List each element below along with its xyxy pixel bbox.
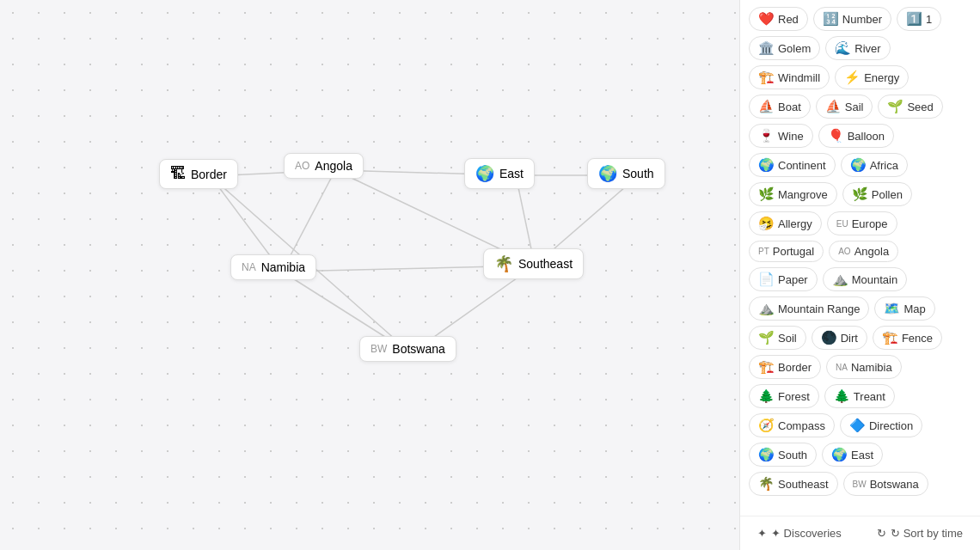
tag-emoji: 🌲	[758, 388, 775, 404]
tag-mangrove[interactable]: 🌿Mangrove	[749, 182, 837, 206]
tag-golem[interactable]: 🏛️Golem	[749, 36, 820, 60]
tag-label: Africa	[870, 159, 898, 172]
node-namibia[interactable]: NANamibia	[230, 254, 316, 280]
node-label-border: Border	[191, 168, 227, 181]
node-east[interactable]: 🌍East	[464, 158, 535, 189]
tag-angola[interactable]: AOAngola	[829, 241, 898, 262]
node-south[interactable]: 🌍South	[587, 158, 665, 189]
tag-label: Mountain Range	[778, 302, 860, 315]
tag-southeast[interactable]: 🌴Southeast	[749, 472, 838, 496]
tag-emoji: ⛰️	[758, 301, 775, 316]
sort-button[interactable]: ↻ ↻ Sort by time	[870, 523, 970, 543]
tag-label: Fence	[902, 332, 933, 345]
tag-energy[interactable]: ⚡Energy	[835, 65, 909, 89]
tag-sail[interactable]: ⛵Sail	[816, 95, 873, 119]
node-label-east: East	[499, 167, 524, 180]
tag-seed[interactable]: 🌱Seed	[878, 95, 942, 119]
tag-label: Border	[778, 361, 812, 374]
tag-label: Europe	[852, 217, 888, 230]
tag-pollen[interactable]: 🌿Pollen	[842, 182, 912, 206]
tag-africa[interactable]: 🌍Africa	[841, 153, 908, 177]
tag-label: Paper	[778, 273, 808, 286]
tag-label: 1	[926, 13, 932, 26]
tag-label: Sail	[845, 101, 864, 113]
node-botswana[interactable]: BWBotswana	[359, 336, 456, 362]
node-emoji-southeast: 🌴	[494, 254, 513, 273]
tag-balloon[interactable]: 🎈Balloon	[818, 124, 894, 148]
tag-emoji: 🌿	[758, 186, 775, 202]
tag-europe[interactable]: EUEurope	[827, 211, 897, 235]
tag-emoji: 🧭	[758, 418, 775, 433]
tag-label: Energy	[864, 71, 899, 84]
discoveries-button[interactable]: ✦ ✦ Discoveries	[750, 523, 848, 543]
tag-emoji: ⛰️	[832, 272, 848, 287]
tag-emoji: 🏗️	[882, 330, 898, 345]
tag-mountain-range[interactable]: ⛰️Mountain Range	[749, 296, 869, 321]
tag-south[interactable]: 🌍South	[749, 443, 817, 467]
tag-flag: EU	[836, 219, 848, 229]
tag-emoji: 🎈	[828, 128, 844, 144]
tag-portugal[interactable]: PTPortugal	[749, 241, 824, 262]
tag-mountain[interactable]: ⛰️Mountain	[823, 267, 907, 291]
tag-emoji: 📄	[758, 272, 775, 287]
node-southeast[interactable]: 🌴Southeast	[483, 248, 584, 279]
sort-icon: ↻	[877, 527, 886, 540]
tag-label: Forest	[778, 390, 810, 403]
tag-emoji: ⛵	[758, 99, 775, 114]
node-label-south: South	[622, 167, 654, 180]
tag-windmill[interactable]: 🏗️Windmill	[749, 65, 830, 89]
tag-forest[interactable]: 🌲Forest	[749, 384, 819, 408]
tag-direction[interactable]: 🔷Direction	[840, 413, 922, 437]
canvas-area[interactable]: 🏗BorderAOAngola🌍East🌍SouthNANamibia🌴Sout…	[0, 0, 739, 550]
tag-dirt[interactable]: 🌑Dirt	[812, 326, 867, 350]
tag-red[interactable]: ❤️Red	[749, 7, 808, 31]
tag-treant[interactable]: 🌲Treant	[824, 384, 895, 408]
tag-emoji: 🌱	[758, 330, 775, 345]
tag-emoji: 🌍	[831, 447, 848, 462]
tag-label: Map	[903, 302, 925, 315]
tag-map[interactable]: 🗺️Map	[874, 296, 934, 321]
tag-continent[interactable]: 🌍Continent	[749, 153, 836, 177]
tag-emoji: 🌊	[835, 40, 851, 56]
tag-boat[interactable]: ⛵Boat	[749, 95, 811, 119]
tag-botswana[interactable]: BWBotswana	[843, 472, 928, 496]
tag-fence[interactable]: 🏗️Fence	[873, 326, 942, 350]
tag-soil[interactable]: 🌱Soil	[749, 326, 806, 350]
discoveries-label: ✦ Discoveries	[771, 527, 842, 540]
tag-label: Angola	[854, 245, 889, 258]
tag-emoji: 🌍	[758, 447, 775, 462]
tag-emoji: 🤧	[758, 216, 775, 231]
node-border[interactable]: 🏗Border	[159, 159, 238, 189]
tag-label: Balloon	[848, 130, 885, 143]
sidebar: ❤️Red🔢Number1️⃣1🏛️Golem🌊River🏗️Windmill⚡…	[739, 0, 980, 550]
tag-paper[interactable]: 📄Paper	[749, 267, 818, 291]
tag-label: Compass	[778, 419, 825, 432]
node-label-angola: Angola	[315, 159, 352, 173]
tag-number[interactable]: 🔢Number	[813, 7, 891, 31]
tag-east[interactable]: 🌍East	[822, 443, 883, 467]
node-angola[interactable]: AOAngola	[284, 153, 364, 179]
tag-label: Mangrove	[778, 188, 828, 201]
tag-label: Pollen	[872, 188, 903, 201]
tag-label: Botswana	[870, 478, 919, 491]
tag-river[interactable]: 🌊River	[825, 36, 890, 60]
node-emoji-east: 🌍	[475, 164, 494, 183]
tag-emoji: 🌿	[852, 186, 868, 202]
tag-emoji: 🏗️	[758, 70, 775, 85]
node-flag-botswana: BW	[371, 343, 387, 355]
discoveries-icon: ✦	[757, 527, 767, 540]
tag-compass[interactable]: 🧭Compass	[749, 413, 835, 437]
tag-label: Continent	[778, 159, 826, 172]
tag-wine[interactable]: 🍷Wine	[749, 124, 813, 148]
node-label-namibia: Namibia	[261, 260, 305, 274]
tag-1[interactable]: 1️⃣1	[897, 7, 941, 31]
tag-label: Direction	[869, 419, 913, 432]
node-label-botswana: Botswana	[392, 342, 444, 356]
tag-namibia[interactable]: NANamibia	[826, 355, 902, 379]
tag-allergy[interactable]: 🤧Allergy	[749, 211, 822, 235]
tag-label: Soil	[778, 332, 797, 345]
tag-emoji: 🌑	[821, 330, 837, 345]
canvas-svg	[0, 0, 739, 550]
tag-border[interactable]: 🏗️Border	[749, 355, 821, 379]
tag-emoji: 🌲	[834, 388, 850, 404]
